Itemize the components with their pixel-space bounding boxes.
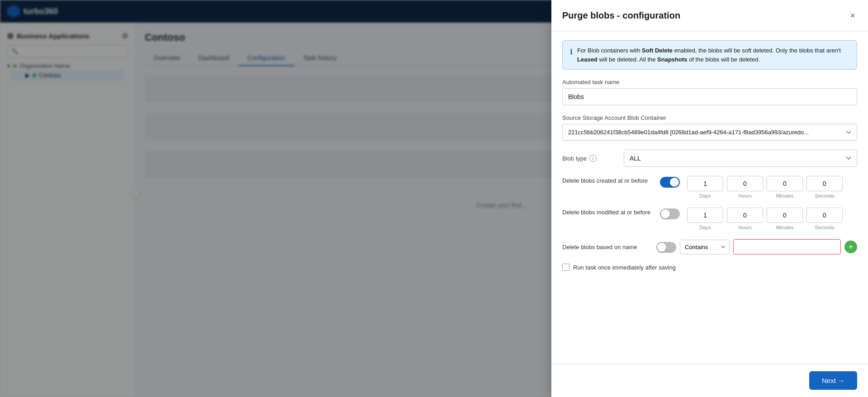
run-once-row: Run task once immediately after saving [562,264,857,271]
info-banner-text: For Blob containers with Soft Delete ena… [577,46,849,64]
delete-modified-seconds-field: Seconds [806,208,843,230]
blob-type-label: Blob type i [562,155,617,162]
delete-created-toggle[interactable] [660,177,680,188]
delete-modified-seconds-input[interactable] [806,208,843,223]
source-container-label: Source Storage Account Blob Container [562,114,857,121]
task-name-label: Automated task name [562,79,857,85]
delete-modified-toggle[interactable] [660,208,680,219]
delete-modified-label: Delete blobs modified at or before [562,208,653,217]
delete-modified-minutes-input[interactable] [767,208,803,223]
blob-type-select-wrap: ALL Block Page Append [624,150,857,167]
add-name-filter-button[interactable]: + [844,241,857,253]
info-icon: ℹ [570,47,573,57]
delete-modified-time-fields: Days Hours Minutes Seconds [687,208,857,230]
blob-type-info-icon[interactable]: i [589,155,597,162]
delete-created-hours-input[interactable] [727,176,763,191]
delete-modified-days-input[interactable] [687,208,723,223]
source-container-group: Source Storage Account Blob Container 22… [562,114,857,141]
delete-created-time-fields: Days Hours Minutes Seconds [687,176,857,198]
delete-modified-minutes-field: Minutes [767,208,803,230]
modal-body: ℹ For Blob containers with Soft Delete e… [551,31,868,364]
delete-modified-hours-input[interactable] [727,208,763,223]
delete-name-label: Delete blobs based on name [562,244,653,250]
source-container-select[interactable]: 221cc5bb206241f38cb5489e01da4fd8 [0268d1… [562,124,857,141]
task-name-input[interactable] [562,88,857,105]
run-once-label: Run task once immediately after saving [573,264,676,271]
delete-modified-row: Delete blobs modified at or before Days … [562,208,857,230]
modal-footer: Next → [551,364,868,397]
delete-created-minutes-input[interactable] [767,176,803,191]
delete-modified-days-field: Days [687,208,723,230]
delete-modified-section: Delete blobs modified at or before Days … [562,208,857,230]
days-label: Days [687,193,723,198]
delete-created-minutes-field: Minutes [767,176,803,198]
blob-type-select[interactable]: ALL Block Page Append [624,150,857,167]
delete-created-row: Delete blobs created at or before Days H… [562,176,857,198]
task-name-group: Automated task name [562,79,857,105]
blob-type-row: Blob type i ALL Block Page Append [562,150,857,167]
delete-created-seconds-field: Seconds [806,176,843,198]
next-button[interactable]: Next → [809,371,857,390]
delete-created-days-field: Days [687,176,723,198]
info-banner: ℹ For Blob containers with Soft Delete e… [562,40,857,70]
name-filter-input[interactable] [733,239,841,255]
close-button[interactable]: × [848,9,857,22]
minutes-label: Minutes [767,193,803,198]
delete-created-label: Delete blobs created at or before [562,176,653,185]
run-once-checkbox[interactable] [562,264,569,271]
delete-created-seconds-input[interactable] [806,176,843,191]
delete-created-section: Delete blobs created at or before Days H… [562,176,857,198]
delete-created-hours-field: Hours [727,176,763,198]
hours-label: Hours [727,193,763,198]
delete-name-row: Delete blobs based on name Contains Star… [562,239,857,255]
delete-modified-hours-field: Hours [727,208,763,230]
modal-title: Purge blobs - configuration [562,10,680,21]
delete-name-toggle[interactable] [656,242,676,253]
modal-header: Purge blobs - configuration × [551,0,868,31]
purge-blobs-modal: Purge blobs - configuration × ℹ For Blob… [551,0,868,397]
delete-created-days-input[interactable] [687,176,723,191]
contains-select[interactable]: Contains Starts with Ends with Equals [680,240,730,255]
seconds-label: Seconds [806,193,843,198]
